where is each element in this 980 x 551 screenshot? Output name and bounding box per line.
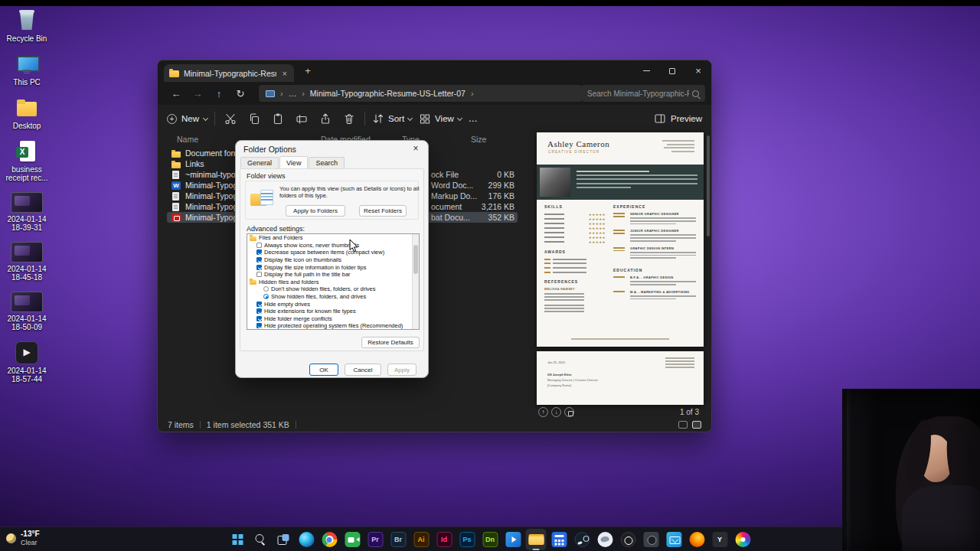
copy-button[interactable] bbox=[246, 110, 263, 127]
taskbar-movies[interactable] bbox=[503, 529, 524, 550]
radio-button[interactable] bbox=[263, 294, 269, 299]
sort-button[interactable]: Sort bbox=[372, 112, 412, 125]
taskbar-task-view[interactable] bbox=[273, 529, 294, 550]
view-button[interactable]: View bbox=[419, 112, 462, 125]
taskbar-paint[interactable] bbox=[733, 529, 753, 550]
setting-row[interactable]: Hide folder merge conflicts bbox=[247, 315, 419, 323]
fit-page-button[interactable] bbox=[564, 407, 574, 417]
more-options-button[interactable]: … bbox=[469, 113, 478, 124]
taskbar-search[interactable] bbox=[250, 529, 271, 550]
current-folder[interactable]: Minimal-Typographic-Resume-US-Letter-07 bbox=[310, 89, 466, 98]
setting-row[interactable]: Don't show hidden files, folders, or dri… bbox=[247, 285, 419, 293]
apply-button[interactable]: Apply bbox=[387, 364, 416, 376]
taskbar-indesign[interactable]: Id bbox=[434, 529, 455, 550]
checkbox[interactable] bbox=[256, 249, 262, 255]
setting-row[interactable]: Hidden files and folders bbox=[247, 279, 419, 286]
collapsed-path[interactable]: … bbox=[289, 89, 297, 98]
taskbar-firefox[interactable] bbox=[687, 529, 707, 550]
column-name[interactable]: Name bbox=[177, 135, 198, 144]
tab-close-icon[interactable]: × bbox=[281, 69, 289, 78]
cancel-button[interactable]: Cancel bbox=[345, 364, 381, 376]
ok-button[interactable]: OK bbox=[309, 364, 338, 376]
column-size[interactable]: Size bbox=[471, 135, 486, 144]
taskbar-calculator[interactable] bbox=[549, 529, 570, 550]
new-tab-button[interactable]: + bbox=[301, 65, 315, 77]
list-scrollbar[interactable] bbox=[412, 234, 419, 329]
taskbar-steam[interactable] bbox=[572, 529, 593, 550]
setting-row[interactable]: Hide protected operating system files (R… bbox=[247, 322, 419, 330]
desktop-icon[interactable]: business receipt rec... bbox=[2, 140, 51, 182]
checkbox[interactable] bbox=[256, 265, 262, 270]
back-icon[interactable]: ← bbox=[165, 88, 187, 99]
taskbar-bridge[interactable]: Br bbox=[388, 529, 409, 550]
apply-to-folders-button[interactable]: Apply to Folders bbox=[286, 205, 345, 217]
tab-search[interactable]: Search bbox=[309, 157, 345, 169]
taskbar-dove[interactable] bbox=[595, 529, 616, 550]
setting-row[interactable]: Decrease space between items (compact vi… bbox=[247, 249, 419, 256]
delete-button[interactable] bbox=[341, 110, 358, 127]
taskbar-camera[interactable] bbox=[641, 529, 662, 550]
new-button[interactable]: + New bbox=[167, 114, 207, 124]
breadcrumb[interactable]: › … › Minimal-Typographic-Resume-US-Lett… bbox=[259, 85, 582, 102]
checkbox[interactable] bbox=[256, 257, 262, 262]
taskbar-photoshop[interactable]: Ps bbox=[457, 529, 478, 550]
setting-row[interactable]: Hide empty drives bbox=[247, 300, 419, 308]
desktop-icon[interactable]: 2024-01-14 18-57-44 bbox=[2, 341, 51, 383]
desktop-icon[interactable]: This PC bbox=[2, 53, 51, 86]
setting-row[interactable]: Hide extensions for known file types bbox=[247, 308, 419, 315]
desktop-icon[interactable]: 2024-01-14 18-39-31 bbox=[2, 192, 51, 232]
setting-row[interactable]: Display file size information in folder … bbox=[247, 263, 419, 271]
rename-button[interactable] bbox=[293, 110, 310, 127]
weather-widget[interactable]: -13°F Clear bbox=[6, 530, 40, 546]
taskbar-dimension[interactable]: Dn bbox=[480, 529, 501, 550]
forward-icon[interactable]: → bbox=[187, 88, 208, 99]
close-button[interactable]: × bbox=[685, 61, 711, 80]
minimize-button[interactable] bbox=[633, 61, 659, 80]
setting-row[interactable]: Files and Folders bbox=[247, 234, 419, 242]
share-button[interactable] bbox=[317, 110, 334, 127]
taskbar-chrome[interactable] bbox=[319, 529, 340, 550]
restore-defaults-button[interactable]: Restore Defaults bbox=[361, 337, 420, 348]
checkbox[interactable] bbox=[256, 302, 262, 307]
reset-folders-button[interactable]: Reset Folders bbox=[359, 205, 407, 217]
large-icons-view-toggle[interactable] bbox=[692, 421, 701, 429]
setting-row[interactable]: Always show icons, never thumbnails bbox=[247, 242, 419, 249]
up-icon[interactable]: ↑ bbox=[208, 88, 230, 99]
taskbar-file-explorer[interactable] bbox=[526, 529, 547, 550]
desktop-icon[interactable]: 2024-01-14 18-45-18 bbox=[2, 242, 51, 282]
refresh-icon[interactable]: ↻ bbox=[230, 88, 251, 99]
taskbar-obs[interactable] bbox=[618, 529, 639, 550]
setting-row[interactable]: Show hidden files, folders, and drives bbox=[247, 293, 419, 301]
checkbox[interactable] bbox=[256, 243, 262, 248]
taskbar-premiere[interactable]: Pr bbox=[365, 529, 386, 550]
dialog-close-icon[interactable]: × bbox=[410, 143, 421, 154]
scrollbar[interactable] bbox=[707, 134, 710, 403]
page-up-button[interactable]: ↑ bbox=[538, 407, 548, 417]
maximize-button[interactable] bbox=[659, 61, 685, 80]
desktop-icon[interactable]: Recycle Bin bbox=[2, 9, 51, 43]
taskbar-start[interactable] bbox=[227, 529, 248, 550]
taskbar-screen-recorder[interactable] bbox=[342, 529, 363, 550]
tab-view[interactable]: View bbox=[279, 156, 308, 168]
paste-button[interactable] bbox=[270, 110, 286, 127]
radio-button[interactable] bbox=[263, 286, 269, 292]
list-scrollbar-thumb[interactable] bbox=[413, 245, 418, 274]
setting-row[interactable]: Display file icon on thumbnails bbox=[247, 256, 419, 264]
taskbar-ycombinator[interactable]: Y bbox=[710, 529, 730, 550]
scrollbar-thumb[interactable] bbox=[707, 135, 710, 236]
explorer-tab[interactable]: Minimal-Typographic-Resume × bbox=[164, 64, 294, 82]
search-input[interactable]: Search Minimal-Typographic-Res bbox=[581, 85, 705, 102]
checkbox[interactable] bbox=[256, 316, 262, 321]
checkbox[interactable] bbox=[256, 308, 262, 314]
desktop-icon[interactable]: 2024-01-14 18-50-09 bbox=[2, 292, 51, 331]
page-down-button[interactable]: ↓ bbox=[551, 407, 561, 417]
tab-general[interactable]: General bbox=[240, 157, 279, 169]
checkbox[interactable] bbox=[256, 323, 262, 328]
desktop-icon[interactable]: Desktop bbox=[2, 96, 51, 130]
checkbox[interactable] bbox=[256, 272, 262, 277]
cut-button[interactable] bbox=[222, 110, 239, 127]
preview-toggle-button[interactable]: Preview bbox=[654, 112, 702, 125]
taskbar-edge[interactable] bbox=[296, 529, 317, 550]
taskbar-illustrator[interactable]: Ai bbox=[411, 529, 432, 550]
advanced-settings-list[interactable]: Files and FoldersAlways show icons, neve… bbox=[247, 233, 420, 330]
